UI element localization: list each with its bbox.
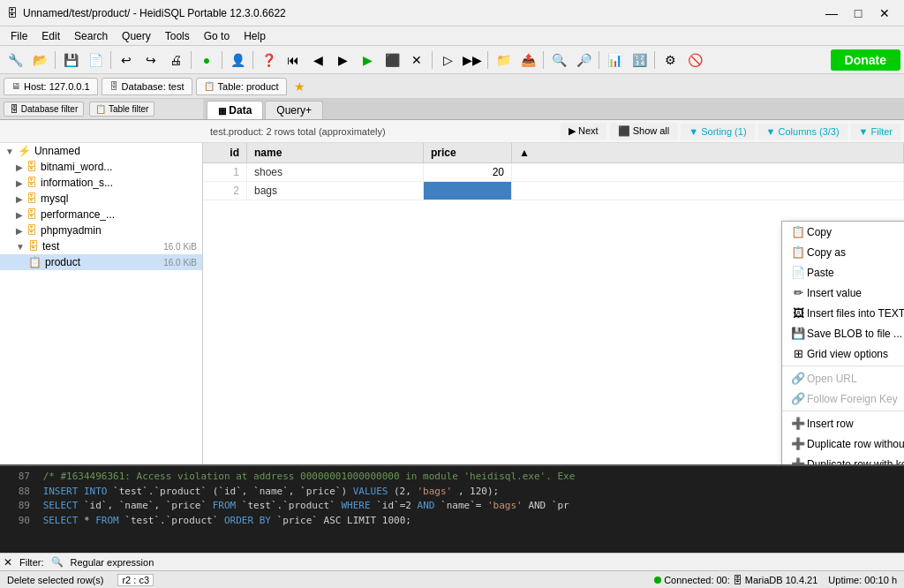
tb-stop-btn[interactable]: ⬛: [380, 49, 403, 71]
tb-export-btn[interactable]: 📤: [516, 49, 539, 71]
maximize-button[interactable]: □: [846, 4, 870, 23]
tb-stop2-btn[interactable]: 🚫: [683, 49, 706, 71]
tb-saveas-btn[interactable]: 📄: [84, 49, 107, 71]
tab-table[interactable]: 📋 Table: product: [196, 78, 287, 95]
db-filter-btn[interactable]: 🗄 Database filter: [4, 102, 84, 117]
db-filter-label: Database filter: [21, 104, 78, 114]
tb-charcode-btn[interactable]: 🔢: [628, 49, 651, 71]
tree-arrow-test: ▼: [16, 242, 25, 252]
minimize-button[interactable]: —: [819, 4, 844, 23]
tb-stopalljobs-btn[interactable]: ✕: [405, 49, 428, 71]
tb-print-btn[interactable]: 🖨: [164, 49, 187, 71]
menu-tools[interactable]: Tools: [158, 28, 197, 44]
cell-price-2[interactable]: [424, 182, 512, 200]
titlebar: 🗄 Unnamed/test/product/ - HeidiSQL Porta…: [0, 0, 904, 26]
grid-view-icon: ⊞: [789, 347, 807, 360]
tb-profile-btn[interactable]: 📊: [603, 49, 626, 71]
tb-undo-btn[interactable]: ↩: [115, 49, 138, 71]
status-text: Delete selected row(s): [7, 575, 103, 585]
tb-run-btn[interactable]: ▶: [356, 49, 379, 71]
cell-extra-2[interactable]: [512, 182, 904, 200]
tree-item-product[interactable]: 📋 product 16.0 KiB: [0, 254, 202, 270]
cell-extra-1[interactable]: [512, 163, 904, 181]
log-area[interactable]: 87 /* #1634496361: Access violation at a…: [0, 464, 904, 553]
app-icon: 🗄: [7, 7, 18, 19]
cm-save-blob[interactable]: 💾 Save BLOB to file ...: [782, 323, 904, 343]
cm-copy-label: Copy: [807, 226, 904, 238]
tree-label-info: information_s...: [41, 177, 113, 189]
tb-save-btn[interactable]: 💾: [59, 49, 82, 71]
next-button[interactable]: ▶ Next: [561, 123, 606, 139]
tb-runall-btn[interactable]: ▶▶: [461, 49, 484, 71]
favorite-button[interactable]: ★: [294, 79, 305, 94]
cm-dup-keys-label: Duplicate row with keys: [807, 458, 904, 465]
tb-open-btn[interactable]: 📂: [28, 49, 51, 71]
tab-query[interactable]: Query+: [265, 101, 323, 119]
tree-root[interactable]: ▼ ⚡ Unnamed: [0, 143, 202, 159]
cm-copy-as[interactable]: 📋 Copy as ▶: [782, 242, 904, 262]
cm-paste[interactable]: 📄 Paste Ctrl+V: [782, 262, 904, 283]
tree-item-performance[interactable]: ▶ 🗄 performance_...: [0, 207, 202, 222]
menu-help[interactable]: Help: [237, 28, 273, 44]
cm-insert-row-label: Insert row: [807, 418, 904, 430]
db-icon-bitnami: 🗄: [26, 161, 37, 173]
cell-name-2[interactable]: bags: [247, 182, 424, 200]
cm-insert-files[interactable]: 🖼 Insert files into TEXT/BLOB fields...: [782, 303, 904, 323]
menu-search[interactable]: Search: [67, 28, 115, 44]
tab-host[interactable]: 🖥 Host: 127.0.0.1: [4, 78, 98, 95]
tb-find-btn[interactable]: 🔎: [572, 49, 595, 71]
cm-copy[interactable]: 📋 Copy Ctrl+C: [782, 222, 904, 242]
table-filter-btn[interactable]: 📋 Table filter: [89, 102, 154, 117]
tb-prev-btn[interactable]: ◀: [306, 49, 329, 71]
tab-database[interactable]: 🗄 Database: test: [102, 78, 192, 95]
tree-item-mysql[interactable]: ▶ 🗄 mysql: [0, 191, 202, 207]
columns-button[interactable]: ▼ Columns (3/3): [758, 124, 848, 139]
tb-zoom-in-btn[interactable]: 🔍: [547, 49, 570, 71]
close-filter-button[interactable]: ✕: [4, 556, 12, 569]
tree-item-bitnami[interactable]: ▶ 🗄 bitnami_word...: [0, 159, 202, 175]
tab-data[interactable]: ▦ Data: [207, 101, 263, 119]
tb-users-btn[interactable]: 👤: [226, 49, 249, 71]
menu-query[interactable]: Query: [115, 28, 158, 44]
menu-goto[interactable]: Go to: [197, 28, 237, 44]
sorting-button[interactable]: ▼ Sorting (1): [681, 124, 754, 139]
tb-connect-btn[interactable]: ●: [195, 49, 218, 71]
tb-first-btn[interactable]: ⏮: [282, 49, 305, 71]
tb-redo-btn[interactable]: ↪: [139, 49, 162, 71]
tb-next-btn[interactable]: ▶: [331, 49, 354, 71]
close-button[interactable]: ✕: [872, 4, 897, 23]
tb-new-btn[interactable]: 🔧: [4, 49, 26, 71]
insert-files-icon: 🖼: [789, 306, 807, 320]
cell-name-1[interactable]: shoes: [247, 163, 424, 181]
tree-item-test[interactable]: ▼ 🗄 test 16.0 KiB: [0, 238, 202, 254]
cm-grid-view[interactable]: ⊞ Grid view options ▶: [782, 343, 904, 364]
donate-button[interactable]: Donate: [831, 49, 900, 71]
cell-price-1[interactable]: 20: [424, 163, 512, 181]
tree-item-information[interactable]: ▶ 🗄 information_s...: [0, 175, 202, 191]
cm-insert-row[interactable]: ➕ Insert row Ins: [782, 413, 904, 433]
cm-insert-value[interactable]: ✏ Insert value ▶: [782, 283, 904, 303]
menu-edit[interactable]: Edit: [34, 28, 67, 44]
cm-follow-fk: 🔗 Follow Foreign Key: [782, 388, 904, 409]
show-all-button[interactable]: ⬛ Show all: [610, 123, 678, 139]
cm-dup-keys[interactable]: ➕ Duplicate row with keys: [782, 454, 904, 464]
tree-item-phpmyadmin[interactable]: ▶ 🗄 phpmyadmin: [0, 222, 202, 238]
grid-col-extra[interactable]: ▲: [512, 143, 904, 162]
menu-file[interactable]: File: [4, 28, 34, 44]
cm-sep-2: [782, 411, 904, 411]
nav-controls: ▶ Next ⬛ Show all ▼ Sorting (1) ▼ Column…: [561, 123, 900, 139]
grid-col-name[interactable]: name: [247, 143, 424, 162]
grid-col-price[interactable]: price: [424, 143, 512, 162]
tb-help-btn[interactable]: ❓: [257, 49, 280, 71]
tb-more-btn[interactable]: ⚙: [659, 49, 682, 71]
log-line-87: 87 /* #1634496361: Access violation at a…: [4, 470, 900, 485]
grid-col-id[interactable]: id: [203, 143, 247, 162]
tb-runsel-btn[interactable]: ▷: [436, 49, 459, 71]
cell-id-1[interactable]: 1: [203, 163, 247, 181]
tb-open-file-btn[interactable]: 📁: [492, 49, 515, 71]
open-url-icon: 🔗: [789, 372, 807, 385]
cm-dup-no-keys[interactable]: ➕ Duplicate row without keys Ctrl+Ins: [782, 433, 904, 454]
filter-button[interactable]: ▼ Filter: [851, 124, 900, 139]
cell-id-2[interactable]: 2: [203, 182, 247, 200]
titlebar-title: Unnamed/test/product/ - HeidiSQL Portabl…: [23, 7, 286, 19]
